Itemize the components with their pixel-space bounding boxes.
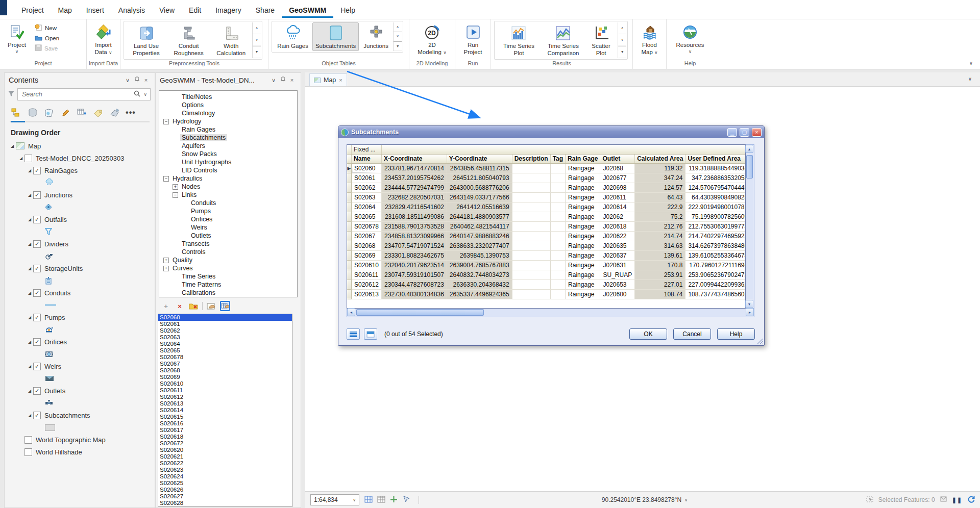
contents-layer-outlets[interactable]: ◢✓Outlets xyxy=(8,385,155,397)
list-item[interactable]: S020616 xyxy=(158,420,292,427)
cell[interactable]: 214.74022974695922 xyxy=(685,231,746,241)
cell[interactable]: 2640147.9886883246 xyxy=(447,231,512,241)
list-item[interactable]: S020614 xyxy=(158,407,292,414)
cell[interactable]: Raingage xyxy=(566,289,600,299)
menu-tab-share[interactable]: Share xyxy=(249,2,282,18)
cell[interactable]: 2639845.1390753 xyxy=(447,250,512,260)
row-selector[interactable] xyxy=(347,192,352,202)
collapse-icon[interactable]: − xyxy=(173,192,178,198)
contents-layer-map[interactable]: ◢Map xyxy=(8,140,155,152)
row-selector[interactable] xyxy=(347,270,352,280)
close-icon[interactable]: × xyxy=(287,77,297,83)
show-selected-rows-button[interactable] xyxy=(364,328,377,340)
notification-icon[interactable] xyxy=(940,496,947,503)
time-series-plot-button[interactable]: Time Series Plot xyxy=(496,22,542,58)
list-item[interactable]: S02064 xyxy=(158,341,292,347)
cell[interactable]: J020611 xyxy=(600,192,635,202)
table-row[interactable]: S020613232730.403001348362635337.4496924… xyxy=(347,289,746,299)
cell[interactable] xyxy=(512,250,550,260)
cell[interactable] xyxy=(550,270,565,280)
table-row[interactable]: S02061234537.201957542622645121.80504079… xyxy=(347,173,746,183)
row-selector[interactable] xyxy=(347,250,352,260)
open-button[interactable]: Open xyxy=(33,34,61,42)
cell[interactable]: Raingage xyxy=(566,173,600,183)
geoswmm-tree-item-lid-controls[interactable]: LID Controls xyxy=(160,166,297,174)
cell[interactable]: 227.01 xyxy=(635,280,685,289)
geoswmm-tree-item-controls[interactable]: Controls xyxy=(160,248,297,256)
cell[interactable]: 233301.80823462675 xyxy=(382,250,447,260)
cell[interactable]: J02068 xyxy=(600,163,635,173)
expander-icon[interactable]: ◢ xyxy=(26,168,33,173)
filter-icon[interactable] xyxy=(8,90,15,99)
drawing-order-view-icon[interactable] xyxy=(11,107,22,118)
layer-symbol-junction[interactable] xyxy=(8,201,155,213)
contents-layer-world-topographic-map[interactable]: World Topographic Map xyxy=(8,434,155,446)
cell[interactable] xyxy=(512,231,550,241)
row-selector[interactable] xyxy=(347,202,352,212)
layer-checkbox[interactable]: ✓ xyxy=(33,363,41,370)
contents-layer-storageunits[interactable]: ◢✓StorageUnits xyxy=(8,262,155,274)
cell[interactable]: 230344.47827608723 xyxy=(382,280,447,289)
cell[interactable]: 231588.79013753528 xyxy=(382,221,447,231)
row-selector[interactable] xyxy=(347,241,352,250)
table-row[interactable]: S02065231608.185114990862644181.48809035… xyxy=(347,212,746,221)
resize-grip[interactable] xyxy=(757,338,763,344)
list-item[interactable]: S020610 xyxy=(158,380,292,387)
cell[interactable]: Raingage xyxy=(566,250,600,260)
cell[interactable]: J02062 xyxy=(600,212,635,221)
table-row[interactable]: S020678231588.790137535282640462.4821544… xyxy=(347,221,746,231)
new-button[interactable]: New xyxy=(33,23,61,33)
run-project-button[interactable]: Run Project xyxy=(458,21,487,57)
cell[interactable]: Raingage xyxy=(566,231,600,241)
layer-symbol-outlet[interactable] xyxy=(8,397,155,409)
cell[interactable]: 233781.96714770814 xyxy=(382,163,447,173)
list-item[interactable]: S020628 xyxy=(158,500,292,506)
cell[interactable]: S02062 xyxy=(352,183,382,192)
cell[interactable]: 314.63 xyxy=(635,241,685,250)
cell[interactable]: 234858.81323099966 xyxy=(382,231,447,241)
expander-icon[interactable]: ◢ xyxy=(17,156,24,161)
cell[interactable]: 212.76 xyxy=(635,221,685,231)
cell[interactable] xyxy=(512,221,550,231)
scrollbar-thumb[interactable] xyxy=(356,309,484,316)
cell[interactable]: 119.32 xyxy=(635,163,685,173)
subcatchments-table[interactable]: Fixed ...NameX-CoordinateY-CoordinateDes… xyxy=(347,144,746,309)
cell[interactable]: 253.90652367902473 xyxy=(685,270,746,280)
cell[interactable]: 75.19989007825609 xyxy=(685,212,746,221)
map-scale-select[interactable]: 1:64,834 ∨ xyxy=(310,494,359,505)
expander-icon[interactable]: ◢ xyxy=(26,291,33,295)
expander-icon[interactable]: ◢ xyxy=(26,340,33,344)
subcatchments-button[interactable]: Subcatchments xyxy=(312,22,359,51)
cell[interactable]: 232730.40300134836 xyxy=(382,289,447,299)
cell[interactable] xyxy=(550,250,565,260)
list-item[interactable]: S020626 xyxy=(158,487,292,493)
contents-layer-outfalls[interactable]: ◢✓Outfalls xyxy=(8,213,155,225)
cell[interactable] xyxy=(512,212,550,221)
contents-layer-dividers[interactable]: ◢✓Dividers xyxy=(8,238,155,250)
cell[interactable]: 232829.42116541602 xyxy=(382,202,447,212)
list-item[interactable]: S020627 xyxy=(158,493,292,500)
panel-menu-icon[interactable]: ∨ xyxy=(123,77,132,84)
cell[interactable]: 232040.20179623514 xyxy=(382,260,447,270)
cell[interactable]: S020612 xyxy=(352,280,382,289)
close-icon[interactable]: × xyxy=(141,77,151,83)
editing-view-icon[interactable] xyxy=(60,107,71,118)
cell[interactable]: 119.31888885449034 xyxy=(685,163,746,173)
2d-modeling-button[interactable]: 2D 2D Modeling ∨ xyxy=(413,21,451,57)
menu-tab-geoswmm[interactable]: GeoSWMM xyxy=(282,2,333,18)
coordinates-display[interactable]: 90.2542010°E 23.8498278°N ∨ xyxy=(602,496,688,503)
cell[interactable]: 108.73774374865607 xyxy=(685,289,746,299)
cell[interactable] xyxy=(550,221,565,231)
labeling-view-icon[interactable] xyxy=(92,107,104,118)
cell[interactable] xyxy=(550,163,565,173)
cell[interactable] xyxy=(512,173,550,183)
navigate-pointer-icon[interactable] xyxy=(402,496,410,504)
menu-tab-map[interactable]: Map xyxy=(51,2,79,18)
cell[interactable] xyxy=(550,173,565,183)
scrollbar-thumb[interactable] xyxy=(746,155,753,179)
table-row[interactable]: S020610232040.201796235142639004.7685767… xyxy=(347,260,746,270)
cell[interactable]: J020600 xyxy=(600,289,635,299)
cell[interactable]: S020610 xyxy=(352,260,382,270)
expander-icon[interactable]: ◢ xyxy=(26,193,33,197)
column-header-calculated-area[interactable]: Calculated Area xyxy=(635,154,685,163)
